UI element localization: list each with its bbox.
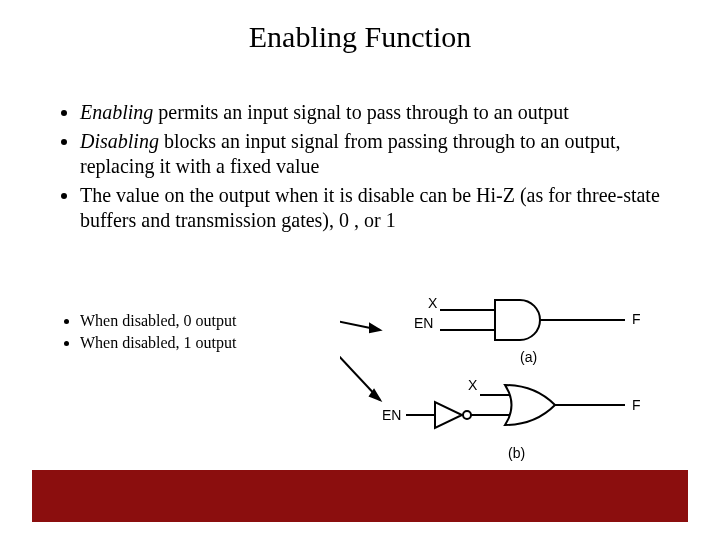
sub-bullet-zero: When disabled, 0 output bbox=[80, 310, 320, 332]
sub-bullet-list: When disabled, 0 output When disabled, 1… bbox=[60, 310, 320, 353]
bullet-emph: Disabling bbox=[80, 130, 159, 152]
sub-bullet-one: When disabled, 1 output bbox=[80, 332, 320, 354]
output-f-label-b: F bbox=[632, 397, 641, 413]
or-gate-circuit bbox=[406, 385, 625, 428]
slide: Enabling Function Enabling permits an in… bbox=[0, 0, 720, 540]
arrow-icon bbox=[340, 318, 380, 400]
page-title: Enabling Function bbox=[0, 20, 720, 54]
caption-a: (a) bbox=[520, 349, 537, 365]
input-x-label-a: X bbox=[428, 295, 438, 311]
bullet-text: blocks an input signal from passing thro… bbox=[80, 130, 621, 177]
footer-bar bbox=[32, 470, 688, 522]
caption-b: (b) bbox=[508, 445, 525, 461]
bullet-output-value: The value on the output when it is disab… bbox=[80, 183, 660, 233]
main-bullet-list: Enabling permits an input signal to pass… bbox=[60, 100, 660, 237]
input-en-label-a: EN bbox=[414, 315, 433, 331]
bullet-emph: Enabling bbox=[80, 101, 153, 123]
and-gate-circuit bbox=[440, 300, 625, 340]
input-x-label-b: X bbox=[468, 377, 478, 393]
output-f-label-a: F bbox=[632, 311, 641, 327]
bullet-text: The value on the output when it is disab… bbox=[80, 184, 660, 231]
bullet-disabling: Disabling blocks an input signal from pa… bbox=[80, 129, 660, 179]
bullet-enabling: Enabling permits an input signal to pass… bbox=[80, 100, 660, 125]
logic-diagram: X EN F (a) X EN bbox=[340, 290, 660, 480]
input-en-label-b: EN bbox=[382, 407, 401, 423]
bullet-text: permits an input signal to pass through … bbox=[153, 101, 569, 123]
svg-marker-1 bbox=[370, 324, 380, 332]
